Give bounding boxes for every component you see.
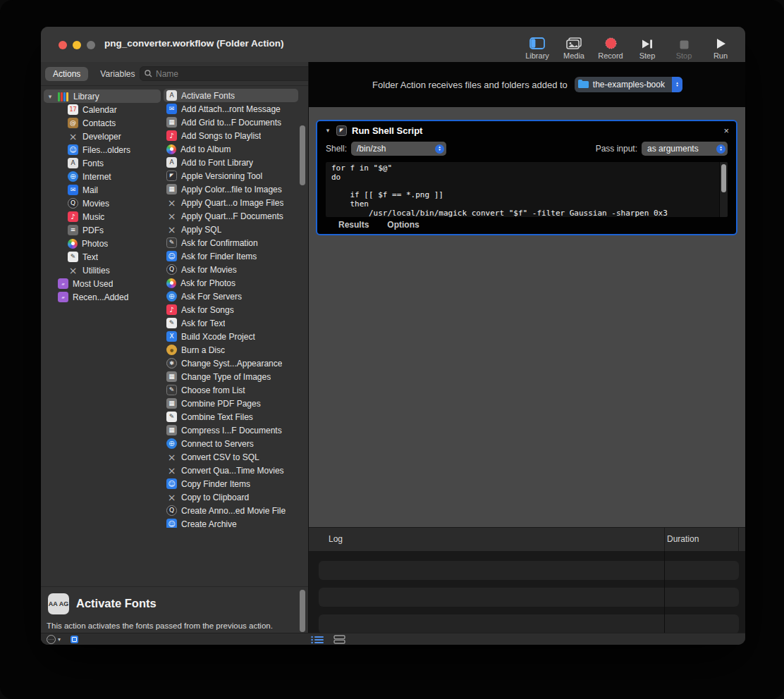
shell-script-code[interactable]: for f in "$@" do if [[ $f == *.png ]] th… bbox=[326, 162, 728, 217]
smart-folder-icon: ▰ bbox=[58, 278, 68, 289]
action-item-ask-for-text[interactable]: ✎Ask for Text bbox=[164, 316, 298, 330]
action-item-add-songs-to-playlist[interactable]: ♪Add Songs to Playlist bbox=[164, 129, 298, 142]
action-item-apply-quart-f-documents[interactable]: ×Apply Quart...F Documents bbox=[164, 209, 298, 223]
folder-select[interactable]: the-examples-book ▲▼ bbox=[575, 77, 682, 92]
action-item-ask-for-servers[interactable]: ⊕Ask For Servers bbox=[164, 290, 298, 303]
music-icon: ♪ bbox=[68, 211, 78, 222]
tab-actions[interactable]: Actions bbox=[45, 67, 88, 81]
tab-variables[interactable]: Variables bbox=[92, 67, 142, 81]
run-button[interactable]: Run bbox=[704, 30, 737, 60]
description-scrollbar[interactable] bbox=[300, 590, 305, 632]
shell-select-value: /bin/zsh bbox=[357, 144, 386, 154]
action-item-label: Apply SQL bbox=[181, 225, 221, 235]
tab-options[interactable]: Options bbox=[387, 220, 419, 230]
sidebar-item-movies[interactable]: QMovies bbox=[65, 197, 161, 210]
zoom-button[interactable] bbox=[87, 41, 95, 49]
action-item-combine-pdf-pages[interactable]: ▦Combine PDF Pages bbox=[164, 397, 298, 410]
run-icon bbox=[716, 36, 726, 49]
shell-select[interactable]: /bin/zsh ▲▼ bbox=[351, 142, 446, 156]
actions-list-scrollbar[interactable] bbox=[300, 125, 305, 185]
action-item-apply-sql[interactable]: ×Apply SQL bbox=[164, 223, 298, 236]
sidebar-item-most-used[interactable]: ▰Most Used bbox=[55, 277, 161, 290]
sidebar-item-files-olders[interactable]: ☺Files...olders bbox=[65, 143, 161, 156]
column-divider[interactable] bbox=[664, 528, 665, 551]
action-item-label: Add to Font Library bbox=[181, 158, 253, 168]
action-item-add-to-font-library[interactable]: AAdd to Font Library bbox=[164, 156, 298, 169]
sidebar-item-label: Most Used bbox=[73, 279, 113, 289]
shell-script-editor[interactable]: for f in "$@" do if [[ $f == *.png ]] th… bbox=[326, 162, 728, 217]
sidebar-item-label: Files...olders bbox=[82, 145, 130, 155]
duration-column-header[interactable]: Duration bbox=[667, 534, 699, 544]
log-column-header[interactable]: Log bbox=[329, 534, 343, 544]
log-row bbox=[319, 561, 739, 580]
sidebar-item-library[interactable]: ▾Library bbox=[44, 89, 161, 103]
sidebar-item-contacts[interactable]: @Contacts bbox=[65, 116, 161, 130]
action-item-ask-for-movies[interactable]: QAsk for Movies bbox=[164, 263, 298, 276]
action-item-ask-for-songs[interactable]: ♪Ask for Songs bbox=[164, 303, 298, 316]
action-item-ask-for-confirmation[interactable]: ✎Ask for Confirmation bbox=[164, 236, 298, 249]
workflow-pane: Folder Action receives files and folders… bbox=[308, 62, 745, 633]
chevron-down-icon[interactable]: ▾ bbox=[47, 93, 54, 100]
list-view-icon[interactable] bbox=[311, 636, 324, 644]
action-item-build-xcode-project[interactable]: XBuild Xcode Project bbox=[164, 330, 298, 343]
sidebar-item-calendar[interactable]: 17Calendar bbox=[65, 103, 161, 116]
code-scrollbar-thumb[interactable] bbox=[721, 164, 726, 192]
action-item-create-archive[interactable]: ☺Create Archive bbox=[164, 517, 298, 528]
chevron-down-icon[interactable]: ▾ bbox=[58, 636, 61, 643]
action-item-connect-to-servers[interactable]: ⊕Connect to Servers bbox=[164, 437, 298, 450]
dialog-icon: ✎ bbox=[166, 237, 177, 248]
sidebar-item-recen-added[interactable]: ▰Recen...Added bbox=[55, 290, 161, 304]
action-item-compress-i-f-documents[interactable]: ▦Compress I...F Documents bbox=[164, 423, 298, 437]
sidebar-item-music[interactable]: ♪Music bbox=[65, 210, 161, 223]
sidebar-item-photos[interactable]: Photos bbox=[65, 237, 161, 250]
chevron-down-icon[interactable]: ▾ bbox=[324, 127, 331, 134]
close-button[interactable] bbox=[59, 41, 67, 49]
sidebar-item-fonts[interactable]: AFonts bbox=[65, 156, 161, 170]
action-item-apply-color-file-to-images[interactable]: ▦Apply Color...file to Images bbox=[164, 183, 298, 196]
sidebar-item-mail[interactable]: ✉Mail bbox=[65, 183, 161, 197]
action-item-activate-fonts[interactable]: AActivate Fonts bbox=[164, 89, 298, 102]
close-block-button[interactable]: × bbox=[723, 125, 729, 136]
action-item-copy-to-clipboard[interactable]: ×Copy to Clipboard bbox=[164, 490, 298, 504]
sidebar-item-developer[interactable]: ×Developer bbox=[65, 130, 161, 143]
action-item-change-type-of-images[interactable]: ▦Change Type of Images bbox=[164, 370, 298, 383]
action-item-add-to-album[interactable]: Add to Album bbox=[164, 142, 298, 156]
action-menu-icon[interactable]: ··· bbox=[47, 635, 56, 644]
action-item-copy-finder-items[interactable]: ☺Copy Finder Items bbox=[164, 477, 298, 490]
sidebar-item-internet[interactable]: ⊕Internet bbox=[65, 170, 161, 183]
workflow-badge-icon[interactable] bbox=[71, 636, 78, 643]
action-item-ask-for-finder-items[interactable]: ☺Ask for Finder Items bbox=[164, 249, 298, 263]
library-button[interactable]: Library bbox=[521, 30, 553, 60]
sidebar-item-pdfs[interactable]: ≡PDFs bbox=[65, 223, 161, 237]
action-item-ask-for-photos[interactable]: Ask for Photos bbox=[164, 276, 298, 290]
action-item-burn-a-disc[interactable]: ●Burn a Disc bbox=[164, 343, 298, 357]
log-row bbox=[319, 588, 739, 607]
sidebar-item-utilities[interactable]: ×Utilities bbox=[65, 264, 161, 277]
action-item-apply-quart-o-image-files[interactable]: ×Apply Quart...o Image Files bbox=[164, 196, 298, 209]
action-item-apple-versioning-tool[interactable]: ◤Apple Versioning Tool bbox=[164, 169, 298, 183]
pass-input-select[interactable]: as arguments ▲▼ bbox=[642, 142, 728, 156]
tab-results[interactable]: Results bbox=[338, 220, 369, 230]
versions-icon: ◤ bbox=[166, 171, 177, 181]
run-shell-script-block[interactable]: ▾ ◤ Run Shell Script × Shell: /bin/zsh ▲… bbox=[316, 120, 737, 235]
step-button[interactable]: Step bbox=[631, 30, 663, 60]
action-item-create-anno-ed-movie-file[interactable]: QCreate Anno...ed Movie File bbox=[164, 504, 298, 517]
sidebar-item-text[interactable]: ✎Text bbox=[65, 250, 161, 264]
action-item-change-syst-appearance[interactable]: ✱Change Syst...Appearance bbox=[164, 357, 298, 370]
action-item-choose-from-list[interactable]: ✎Choose from List bbox=[164, 383, 298, 397]
action-item-convert-qua-time-movies[interactable]: ×Convert Qua...Time Movies bbox=[164, 464, 298, 477]
media-button[interactable]: Media bbox=[558, 30, 590, 60]
action-item-add-attach-ront-message[interactable]: ✉Add Attach...ront Message bbox=[164, 102, 298, 116]
desktop-background: png_converter.workflow (Folder Action) L… bbox=[0, 0, 784, 699]
log-row bbox=[319, 614, 739, 633]
record-button[interactable]: Record bbox=[594, 30, 627, 60]
minimize-button[interactable] bbox=[73, 41, 81, 49]
sidebar-item-label: Internet bbox=[82, 172, 111, 182]
media-icon bbox=[566, 36, 582, 49]
column-view-icon[interactable] bbox=[333, 635, 345, 644]
titlebar: png_converter.workflow (Folder Action) L… bbox=[41, 27, 745, 63]
finder-icon: ☺ bbox=[166, 251, 177, 261]
action-item-combine-text-files[interactable]: ✎Combine Text Files bbox=[164, 410, 298, 423]
action-item-add-grid-to-f-documents[interactable]: ▦Add Grid to...F Documents bbox=[164, 116, 298, 129]
action-item-convert-csv-to-sql[interactable]: ×Convert CSV to SQL bbox=[164, 450, 298, 464]
